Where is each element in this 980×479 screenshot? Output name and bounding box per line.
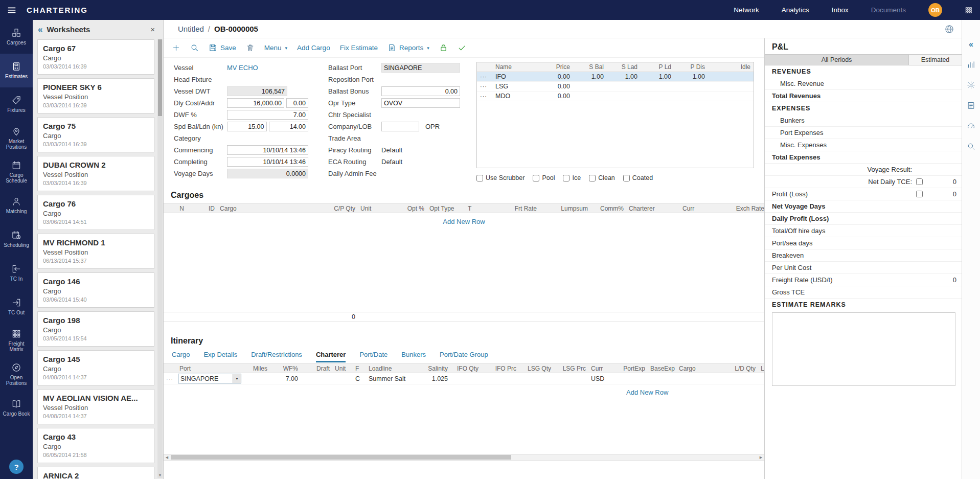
row-menu-icon[interactable]: ··· bbox=[164, 376, 177, 382]
worksheet-card[interactable]: MV AEOLIAN VISION AE...Vessel Position04… bbox=[37, 389, 154, 424]
tab-all-periods[interactable]: All Periods bbox=[765, 55, 908, 65]
sidebar-item-fixtures[interactable]: Fixtures bbox=[0, 87, 33, 121]
salinity-cell[interactable]: 1.025 bbox=[422, 375, 450, 382]
commencing-input[interactable] bbox=[227, 145, 308, 155]
row-menu-icon[interactable]: ··· bbox=[477, 93, 492, 99]
tab-port-date[interactable]: Port/Date bbox=[359, 351, 388, 362]
menu-button[interactable]: Menu▾ bbox=[264, 44, 287, 52]
tab-charterer[interactable]: Charterer bbox=[316, 351, 346, 362]
worksheet-card[interactable]: Cargo 67Cargo03/03/2014 16:39 bbox=[37, 39, 154, 75]
itinerary-row[interactable]: ··· SINGAPORE ▼ 7.00 C Summer Salt bbox=[164, 373, 764, 384]
scrollbar-thumb[interactable] bbox=[158, 39, 162, 116]
sidebar-item-tc-out[interactable]: TC Out bbox=[0, 290, 33, 324]
add-itinerary-row-link[interactable]: Add New Row bbox=[626, 389, 668, 396]
reposition-port-input[interactable] bbox=[381, 75, 460, 84]
sidebar-item-cargo-schedule[interactable]: Cargo Schedule bbox=[0, 155, 33, 189]
add-cargo-button[interactable]: Add Cargo bbox=[297, 44, 330, 52]
chart-icon[interactable] bbox=[967, 60, 975, 69]
tab-exp-details[interactable]: Exp Details bbox=[203, 351, 237, 362]
apps-grid-icon[interactable] bbox=[965, 6, 973, 14]
curr-cell[interactable]: USD bbox=[588, 375, 611, 382]
worksheet-card[interactable]: DUBAI CROWN 2Vessel Position03/03/2014 1… bbox=[37, 156, 154, 191]
tab-port-date-group[interactable]: Port/Date Group bbox=[440, 351, 488, 362]
worksheet-card[interactable]: Cargo 43Cargo06/05/2014 21:58 bbox=[37, 428, 154, 463]
scroll-left-icon[interactable]: ◀ bbox=[164, 454, 170, 460]
globe-icon[interactable] bbox=[944, 24, 954, 34]
report-list-icon[interactable] bbox=[967, 101, 975, 110]
hamburger-menu-icon[interactable] bbox=[0, 0, 24, 20]
voyage-days-input[interactable] bbox=[227, 169, 308, 178]
sidebar-item-cargo-book[interactable]: Cargo Book bbox=[0, 391, 33, 425]
tab-estimated[interactable]: Estimated bbox=[908, 55, 962, 65]
scroll-right-icon[interactable]: ▶ bbox=[758, 454, 764, 460]
piracy-routing-value[interactable]: Default bbox=[381, 146, 402, 154]
sidebar-item-open-positions[interactable]: Open Positions bbox=[0, 357, 33, 391]
wf-cell[interactable]: 7.00 bbox=[270, 375, 301, 382]
tab-draft-restrictions[interactable]: Draft/Restrictions bbox=[251, 351, 302, 362]
port-select[interactable]: SINGAPORE ▼ bbox=[178, 374, 241, 383]
sidebar-item-scheduling[interactable]: Scheduling bbox=[0, 222, 33, 256]
ballast-bonus-input[interactable] bbox=[381, 86, 460, 96]
row-menu-icon[interactable]: ··· bbox=[477, 83, 492, 89]
eca-routing-value[interactable]: Default bbox=[381, 158, 402, 166]
sidebar-item-tc-in[interactable]: TC In bbox=[0, 256, 33, 290]
coated-checkbox[interactable]: Coated bbox=[623, 174, 653, 181]
daily-admin-fee-input[interactable] bbox=[381, 169, 460, 178]
sidebar-item-freight-matrix[interactable]: Freight Matrix bbox=[0, 324, 33, 357]
nav-inbox[interactable]: Inbox bbox=[832, 6, 849, 14]
worksheet-card[interactable]: MV RICHMOND 1Vessel Position06/13/2014 1… bbox=[37, 234, 154, 269]
estimate-remarks-box[interactable] bbox=[772, 312, 955, 386]
worksheet-card[interactable]: Cargo 146Cargo03/06/2014 15:40 bbox=[37, 272, 154, 308]
fix-estimate-button[interactable]: Fix Estimate bbox=[340, 44, 378, 52]
sidebar-item-matching[interactable]: Matching bbox=[0, 189, 33, 222]
tab-cargo[interactable]: Cargo bbox=[172, 351, 190, 362]
pool-checkbox[interactable]: Pool bbox=[533, 174, 555, 181]
trade-area-input[interactable] bbox=[381, 133, 460, 143]
gauge-icon[interactable] bbox=[967, 122, 975, 130]
search-button[interactable] bbox=[190, 43, 199, 52]
use-scrubber-checkbox[interactable]: Use Scrubber bbox=[476, 174, 525, 181]
ice-checkbox[interactable]: Ice bbox=[563, 174, 581, 181]
collapse-right-icon[interactable]: « bbox=[969, 40, 973, 49]
delete-button[interactable] bbox=[246, 43, 255, 52]
loadline-cell[interactable]: Summer Salt bbox=[366, 375, 422, 382]
scrollbar-thumb[interactable] bbox=[171, 455, 511, 460]
worksheet-card[interactable]: ARNICA 2Vessel Position bbox=[37, 467, 154, 479]
chtr-specialist-input[interactable] bbox=[381, 110, 460, 120]
worksheet-card[interactable]: Cargo 198Cargo03/05/2014 15:54 bbox=[37, 311, 154, 347]
horizontal-scrollbar[interactable]: ◀ ▶ bbox=[164, 454, 764, 461]
addr-commission-input[interactable] bbox=[286, 98, 308, 108]
collapse-panel-icon[interactable]: « bbox=[38, 25, 42, 34]
clean-checkbox[interactable]: Clean bbox=[589, 174, 615, 181]
worksheets-scrollbar[interactable]: ▼ bbox=[157, 39, 163, 478]
avatar[interactable]: OB bbox=[928, 3, 942, 17]
sidebar-item-estimates[interactable]: Estimates bbox=[0, 54, 33, 87]
reports-button[interactable]: Reports▾ bbox=[388, 43, 429, 52]
f-cell[interactable]: C bbox=[353, 375, 366, 382]
dwf-input[interactable] bbox=[227, 110, 308, 120]
ballast-port-input[interactable] bbox=[381, 63, 460, 73]
category-input[interactable] bbox=[227, 133, 308, 143]
completing-input[interactable] bbox=[227, 157, 308, 167]
gear-icon[interactable] bbox=[967, 81, 975, 89]
search-icon[interactable] bbox=[967, 142, 975, 151]
save-button[interactable]: Save bbox=[209, 43, 236, 52]
nav-network[interactable]: Network bbox=[734, 6, 759, 14]
nav-analytics[interactable]: Analytics bbox=[782, 6, 809, 14]
validate-check-icon[interactable] bbox=[458, 43, 466, 52]
bunker-row[interactable]: ··· MDO 0.00 bbox=[477, 92, 754, 101]
company-lob-input[interactable] bbox=[381, 122, 419, 131]
worksheet-card[interactable]: PIONEER SKY 6Vessel Position03/03/2014 1… bbox=[37, 78, 154, 113]
add-button[interactable] bbox=[172, 43, 180, 52]
bunker-row[interactable]: ··· LSG 0.00 bbox=[477, 82, 754, 92]
profit-loss-checkbox[interactable] bbox=[916, 191, 923, 197]
scroll-down-icon[interactable]: ▼ bbox=[157, 472, 163, 478]
daily-cost-input[interactable] bbox=[227, 98, 284, 108]
help-button[interactable]: ? bbox=[9, 460, 24, 474]
worksheet-card[interactable]: Cargo 76Cargo03/06/2014 14:51 bbox=[37, 195, 154, 230]
bunker-row[interactable]: ··· IFO 0.00 1.00 1.00 1.00 1.00 bbox=[477, 72, 754, 82]
net-daily-tce-checkbox[interactable] bbox=[916, 178, 923, 185]
worksheet-card[interactable]: Cargo 75Cargo03/03/2014 16:39 bbox=[37, 117, 154, 152]
tab-bunkers[interactable]: Bunkers bbox=[401, 351, 426, 362]
head-fixture-input[interactable] bbox=[227, 75, 308, 84]
